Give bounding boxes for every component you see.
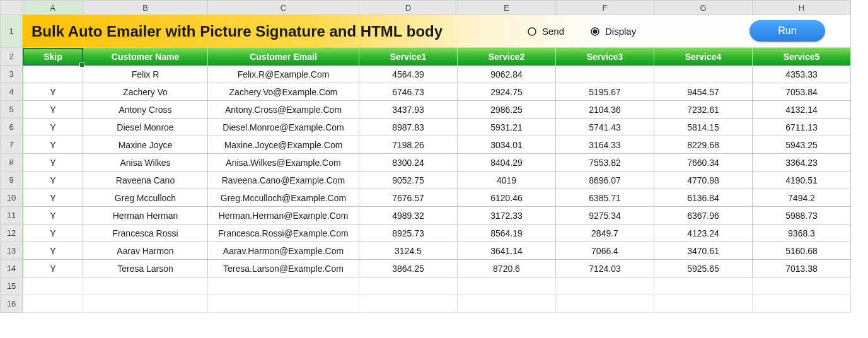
- cell[interactable]: 6746.73: [359, 83, 458, 101]
- cell[interactable]: Teresa Larson: [83, 260, 208, 277]
- column-header-A[interactable]: A: [23, 0, 83, 15]
- cell[interactable]: 5741.43: [556, 119, 654, 136]
- table-header[interactable]: Service2: [458, 48, 556, 66]
- empty-cell[interactable]: [556, 295, 654, 313]
- cell[interactable]: Greg.Mcculloch@Example.Com: [208, 189, 359, 207]
- cell[interactable]: Francesca Rossi: [83, 224, 208, 242]
- table-header[interactable]: Service5: [753, 48, 851, 66]
- cell[interactable]: 2849.7: [556, 224, 654, 242]
- cell[interactable]: 3124.5: [359, 242, 458, 260]
- cell[interactable]: 3034.01: [458, 136, 556, 154]
- cell[interactable]: 2924.75: [458, 83, 556, 101]
- cell[interactable]: 9454.57: [654, 83, 753, 101]
- cell[interactable]: 6385.71: [556, 189, 654, 207]
- column-header-E[interactable]: E: [458, 0, 556, 15]
- empty-cell[interactable]: [753, 295, 851, 313]
- table-header[interactable]: Service4: [654, 48, 753, 66]
- row-header-11[interactable]: 11: [0, 207, 23, 224]
- row-header-13[interactable]: 13: [0, 242, 23, 260]
- cell[interactable]: 6367.96: [654, 207, 753, 224]
- row-header-2[interactable]: 2: [0, 48, 23, 66]
- row-header-16[interactable]: 16: [0, 295, 23, 313]
- cell[interactable]: 7053.84: [753, 83, 851, 101]
- cell[interactable]: 5988.73: [753, 207, 851, 224]
- table-header[interactable]: Skip: [23, 48, 83, 66]
- cell[interactable]: 3641.14: [458, 242, 556, 260]
- cell[interactable]: 8229.68: [654, 136, 753, 154]
- empty-cell[interactable]: [458, 295, 556, 313]
- cell[interactable]: 3470.61: [654, 242, 753, 260]
- cell[interactable]: 5160.68: [753, 242, 851, 260]
- cell[interactable]: 4770.98: [654, 172, 753, 189]
- radio-send[interactable]: Send: [527, 26, 564, 37]
- row-header-5[interactable]: 5: [0, 101, 23, 119]
- cell[interactable]: 9275.34: [556, 207, 654, 224]
- cell[interactable]: Y: [23, 136, 83, 154]
- row-header-14[interactable]: 14: [0, 260, 23, 277]
- row-header-7[interactable]: 7: [0, 136, 23, 154]
- cell[interactable]: Francesca.Rossi@Example.Com: [208, 224, 359, 242]
- cell[interactable]: Antony.Cross@Example.Com: [208, 101, 359, 119]
- column-header-F[interactable]: F: [556, 0, 654, 15]
- cell[interactable]: Y: [23, 224, 83, 242]
- empty-cell[interactable]: [556, 277, 654, 295]
- cell[interactable]: Aarav Harmon: [83, 242, 208, 260]
- cell[interactable]: Y: [23, 119, 83, 136]
- cell[interactable]: 8300.24: [359, 154, 458, 172]
- empty-cell[interactable]: [753, 277, 851, 295]
- empty-cell[interactable]: [359, 277, 458, 295]
- cell[interactable]: [23, 66, 83, 83]
- cell[interactable]: 3864.25: [359, 260, 458, 277]
- cell[interactable]: 6120.46: [458, 189, 556, 207]
- cell[interactable]: 7066.4: [556, 242, 654, 260]
- cell[interactable]: 9052.75: [359, 172, 458, 189]
- cell[interactable]: 7494.2: [753, 189, 851, 207]
- table-header[interactable]: Customer Name: [83, 48, 208, 66]
- cell[interactable]: 3364.23: [753, 154, 851, 172]
- cell[interactable]: [654, 66, 753, 83]
- cell[interactable]: 8564.19: [458, 224, 556, 242]
- cell[interactable]: Y: [23, 260, 83, 277]
- row-header-15[interactable]: 15: [0, 277, 23, 295]
- empty-cell[interactable]: [208, 277, 359, 295]
- cell[interactable]: 8720.6: [458, 260, 556, 277]
- cell[interactable]: 6136.84: [654, 189, 753, 207]
- cell[interactable]: Herman.Herman@Example.Com: [208, 207, 359, 224]
- row-header-6[interactable]: 6: [0, 119, 23, 136]
- cell[interactable]: Y: [23, 101, 83, 119]
- empty-cell[interactable]: [23, 295, 83, 313]
- cell[interactable]: Aarav.Harmon@Example.Com: [208, 242, 359, 260]
- empty-cell[interactable]: [654, 295, 753, 313]
- row-header-8[interactable]: 8: [0, 154, 23, 172]
- cell[interactable]: 7660.34: [654, 154, 753, 172]
- cell[interactable]: Maxine.Joyce@Example.Com: [208, 136, 359, 154]
- cell[interactable]: Y: [23, 83, 83, 101]
- cell[interactable]: Y: [23, 172, 83, 189]
- cell[interactable]: 5943.25: [753, 136, 851, 154]
- cell[interactable]: 5814.15: [654, 119, 753, 136]
- cell[interactable]: 7198.26: [359, 136, 458, 154]
- cell[interactable]: Y: [23, 189, 83, 207]
- cell[interactable]: Felix.R@Example.Com: [208, 66, 359, 83]
- cell[interactable]: Herman Herman: [83, 207, 208, 224]
- cell[interactable]: Antony Cross: [83, 101, 208, 119]
- column-header-G[interactable]: G: [654, 0, 753, 15]
- cell[interactable]: 8925.73: [359, 224, 458, 242]
- cell[interactable]: Zachery.Vo@Example.Com: [208, 83, 359, 101]
- cell[interactable]: 9368.3: [753, 224, 851, 242]
- empty-cell[interactable]: [208, 295, 359, 313]
- cell[interactable]: 4132.14: [753, 101, 851, 119]
- cell[interactable]: 3164.33: [556, 136, 654, 154]
- run-button[interactable]: Run: [749, 20, 825, 42]
- empty-cell[interactable]: [359, 295, 458, 313]
- row-header-4[interactable]: 4: [0, 83, 23, 101]
- table-header[interactable]: Customer Email: [208, 48, 359, 66]
- cell[interactable]: 7553.82: [556, 154, 654, 172]
- column-header-B[interactable]: B: [83, 0, 208, 15]
- cell[interactable]: Y: [23, 207, 83, 224]
- cell[interactable]: Diesel.Monroe@Example.Com: [208, 119, 359, 136]
- cell[interactable]: 2104.36: [556, 101, 654, 119]
- cell[interactable]: [556, 66, 654, 83]
- cell[interactable]: 7013.38: [753, 260, 851, 277]
- row-header-3[interactable]: 3: [0, 66, 23, 83]
